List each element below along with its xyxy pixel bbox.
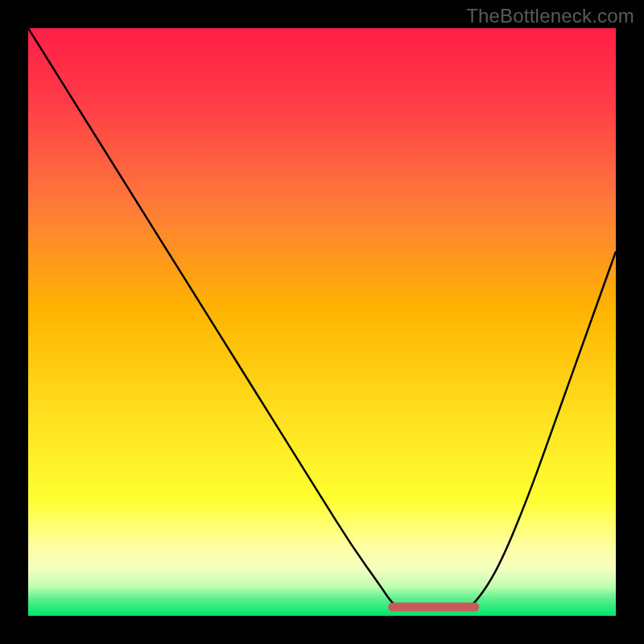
watermark-text: TheBottleneck.com <box>466 5 634 27</box>
plot-area <box>28 28 616 616</box>
curve-line <box>28 28 616 610</box>
bottleneck-curve <box>28 28 616 616</box>
chart-frame: TheBottleneck.com <box>0 0 644 644</box>
